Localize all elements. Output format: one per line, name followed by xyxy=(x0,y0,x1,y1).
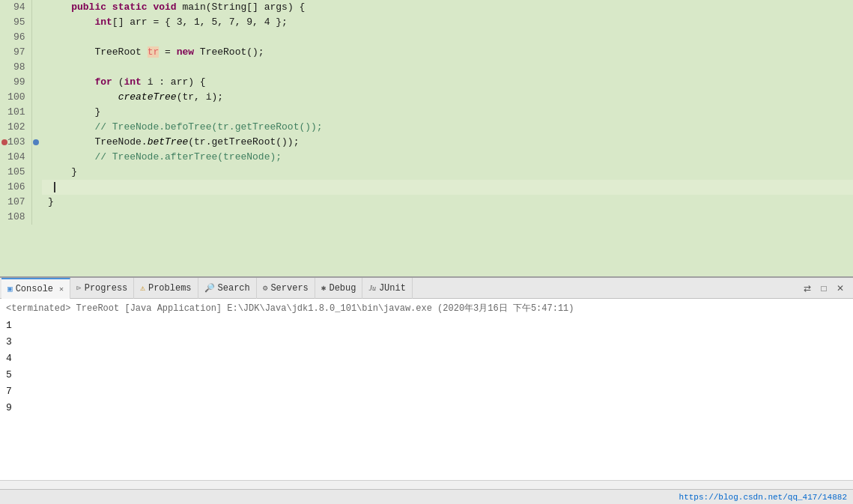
bottom-panel: ▣Console✕⊳Progress⚠Problems🔎Search⚙Serve… xyxy=(0,277,853,504)
progress-tab-label: Progress xyxy=(85,283,128,294)
breakpoint-icon xyxy=(1,139,7,145)
code-text: public static void main(String[] args) { xyxy=(42,0,853,15)
servers-tab-icon: ⚙ xyxy=(263,283,268,293)
line-number: 107 xyxy=(0,195,31,210)
code-line-97[interactable]: 97 TreeRoot tr = new TreeRoot(); xyxy=(0,45,853,60)
code-line-106[interactable]: 106 xyxy=(0,180,853,195)
line-number: 106 xyxy=(0,180,31,195)
console-output: <terminated> TreeRoot [Java Application]… xyxy=(0,299,853,480)
code-editor[interactable]: 94 public static void main(String[] args… xyxy=(0,0,853,277)
code-text: createTree(tr, i); xyxy=(42,90,853,105)
status-link[interactable]: https://blog.csdn.net/qq_417/14882 xyxy=(679,493,847,502)
console-terminated-line: <terminated> TreeRoot [Java Application]… xyxy=(6,302,847,315)
junit-tab-label: JUnit xyxy=(379,283,406,294)
code-table: 94 public static void main(String[] args… xyxy=(0,0,853,225)
code-text xyxy=(42,60,853,75)
line-number: 108 xyxy=(0,210,31,225)
code-text: TreeRoot tr = new TreeRoot(); xyxy=(42,45,853,60)
console-tab-label: Console xyxy=(16,284,53,294)
line-number: 102 xyxy=(0,120,31,135)
code-line-94[interactable]: 94 public static void main(String[] args… xyxy=(0,0,853,15)
console-output-line: 1 xyxy=(6,318,847,334)
code-line-103[interactable]: 103 TreeNode.betTree(tr.getTreeRoot()); xyxy=(0,135,853,150)
horizontal-scrollbar[interactable] xyxy=(0,276,853,277)
problems-tab-label: Problems xyxy=(148,283,192,294)
code-text xyxy=(42,180,853,195)
minimize-view-button[interactable]: ⇄ xyxy=(801,282,814,295)
tab-problems[interactable]: ⚠Problems xyxy=(134,278,198,299)
line-gutter xyxy=(31,210,42,225)
code-line-99[interactable]: 99 for (int i : arr) { xyxy=(0,75,853,90)
code-text: for (int i : arr) { xyxy=(42,75,853,90)
code-text xyxy=(42,30,853,45)
line-number: 105 xyxy=(0,165,31,180)
code-line-104[interactable]: 104 // TreeNode.afterTree(treeNode); xyxy=(0,150,853,165)
console-output-line: 7 xyxy=(6,383,847,400)
code-text: } xyxy=(42,165,853,180)
tab-debug[interactable]: ✱Debug xyxy=(315,278,363,299)
line-number: 94 xyxy=(0,0,31,15)
code-scroll-area: 94 public static void main(String[] args… xyxy=(0,0,853,276)
line-number: 95 xyxy=(0,15,31,30)
tab-junit[interactable]: JuJUnit xyxy=(362,278,412,299)
code-line-105[interactable]: 105 } xyxy=(0,165,853,180)
junit-tab-icon: Ju xyxy=(368,284,375,292)
console-scrollbar[interactable] xyxy=(0,480,853,489)
line-gutter xyxy=(31,15,42,30)
line-gutter xyxy=(31,60,42,75)
tab-console[interactable]: ▣Console✕ xyxy=(1,278,70,299)
line-gutter xyxy=(31,195,42,210)
console-output-line: 3 xyxy=(6,334,847,350)
code-text: // TreeNode.befoTree(tr.getTreeRoot()); xyxy=(42,120,853,135)
debug-tab-label: Debug xyxy=(329,283,356,294)
code-line-101[interactable]: 101 } xyxy=(0,105,853,120)
servers-tab-label: Servers xyxy=(270,283,308,294)
debug-tab-icon: ✱ xyxy=(321,283,327,293)
line-number: 99 xyxy=(0,75,31,90)
console-output-line: 9 xyxy=(6,400,847,416)
line-gutter xyxy=(31,45,42,60)
code-text: } xyxy=(42,105,853,120)
code-line-96[interactable]: 96 xyxy=(0,30,853,45)
tab-bar-controls: ⇄ □ ✕ xyxy=(801,282,852,295)
line-gutter xyxy=(31,150,42,165)
code-line-98[interactable]: 98 xyxy=(0,60,853,75)
line-gutter xyxy=(31,90,42,105)
code-line-102[interactable]: 102 // TreeNode.befoTree(tr.getTreeRoot(… xyxy=(0,120,853,135)
close-view-button[interactable]: ✕ xyxy=(834,282,847,295)
line-number: 96 xyxy=(0,30,31,45)
debug-marker-icon xyxy=(33,139,39,145)
code-text: TreeNode.betTree(tr.getTreeRoot()); xyxy=(42,135,853,150)
line-gutter xyxy=(31,165,42,180)
text-cursor xyxy=(54,182,55,192)
line-number: 104 xyxy=(0,150,31,165)
code-line-108[interactable]: 108 xyxy=(0,210,853,225)
code-text: // TreeNode.afterTree(treeNode); xyxy=(42,150,853,165)
line-number: 97 xyxy=(0,45,31,60)
line-gutter xyxy=(31,180,42,195)
line-gutter xyxy=(31,120,42,135)
line-number: 98 xyxy=(0,60,31,75)
line-gutter xyxy=(31,135,42,150)
tab-bar: ▣Console✕⊳Progress⚠Problems🔎Search⚙Serve… xyxy=(0,278,853,299)
tab-progress[interactable]: ⊳Progress xyxy=(70,278,134,299)
line-number: 101 xyxy=(0,105,31,120)
code-text xyxy=(42,210,853,225)
maximize-view-button[interactable]: □ xyxy=(817,282,831,295)
status-bar: https://blog.csdn.net/qq_417/14882 xyxy=(0,489,853,504)
line-gutter xyxy=(31,105,42,120)
search-tab-icon: 🔎 xyxy=(204,283,215,293)
search-tab-label: Search xyxy=(218,283,250,294)
progress-tab-icon: ⊳ xyxy=(76,283,82,293)
console-close-icon[interactable]: ✕ xyxy=(59,285,64,294)
problems-tab-icon: ⚠ xyxy=(140,283,145,293)
console-output-line: 4 xyxy=(6,350,847,367)
line-gutter xyxy=(31,0,42,15)
tab-servers[interactable]: ⚙Servers xyxy=(257,278,315,299)
console-output-line: 5 xyxy=(6,367,847,383)
code-line-95[interactable]: 95 int[] arr = { 3, 1, 5, 7, 9, 4 }; xyxy=(0,15,853,30)
tab-search[interactable]: 🔎Search xyxy=(198,278,257,299)
code-line-100[interactable]: 100 createTree(tr, i); xyxy=(0,90,853,105)
line-number: 103 xyxy=(0,135,31,150)
code-line-107[interactable]: 107} xyxy=(0,195,853,210)
